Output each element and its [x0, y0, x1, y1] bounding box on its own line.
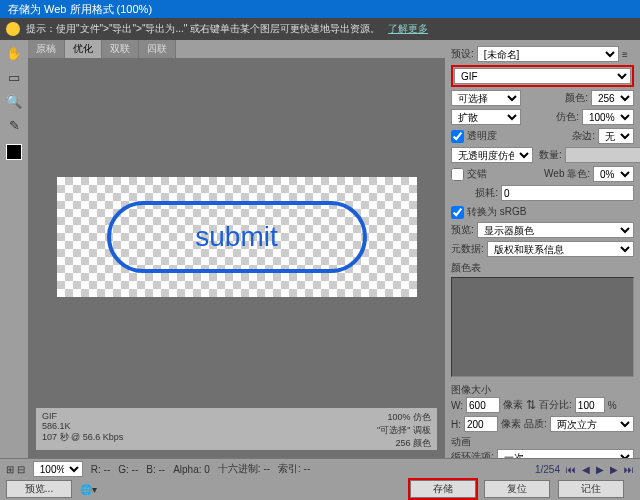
px-label-w: 像素 — [503, 398, 523, 412]
window-title: 存储为 Web 所用格式 (100%) — [0, 0, 640, 18]
anim-label: 动画 — [451, 435, 634, 449]
srgb-checkbox[interactable] — [451, 206, 464, 219]
colors-label: 颜色: — [565, 91, 588, 105]
preset-label: 预设: — [451, 47, 474, 61]
frame-counter: 1/254 — [535, 464, 560, 475]
websnap-label: Web 靠色: — [544, 167, 590, 181]
preview-tabs: 原稿 优化 双联 四联 — [28, 40, 445, 58]
alpha-value: Alpha: 0 — [173, 464, 210, 475]
tool-strip: ✋ ▭ 🔍 ✎ — [0, 40, 28, 458]
preview-select[interactable]: 显示器颜色 — [477, 222, 634, 238]
tab-2up[interactable]: 双联 — [102, 40, 139, 58]
interlace-label: 交错 — [467, 167, 487, 181]
amount-input — [565, 147, 640, 163]
quality-label: 品质: — [524, 417, 547, 431]
info-timing: 107 秒 @ 56.6 Kbps — [42, 431, 377, 444]
save-button[interactable]: 存储 — [410, 480, 476, 498]
zoom-select[interactable]: 100% — [33, 461, 83, 477]
meta-label: 元数据: — [451, 242, 484, 256]
submit-text: submit — [195, 221, 277, 253]
preset-select[interactable]: [未命名] — [477, 46, 619, 62]
layout-icons[interactable]: ⊞ ⊟ — [6, 464, 25, 475]
colortable-label: 颜色表 — [451, 261, 634, 275]
format-select[interactable]: GIF — [454, 68, 631, 84]
width-label: W: — [451, 400, 463, 411]
info-format: GIF — [42, 411, 377, 421]
tab-original[interactable]: 原稿 — [28, 40, 65, 58]
slice-tool-icon[interactable]: ▭ — [4, 68, 24, 86]
tip-text: 提示：使用"文件">"导出">"导出为..." 或右键单击某个图层可更快速地导出… — [26, 22, 380, 36]
tab-4up[interactable]: 四联 — [139, 40, 176, 58]
info-palette: "可选择" 调板 — [377, 424, 431, 437]
width-input[interactable] — [466, 397, 500, 413]
settings-panel: 预设: [未命名] ≡ GIF 可选择 颜色: 256 扩散 仿色: 100% … — [445, 40, 640, 458]
artwork-checker: submit — [57, 177, 417, 297]
last-frame-icon[interactable]: ⏭ — [624, 464, 634, 475]
preview-info: GIF 586.1K 107 秒 @ 56.6 Kbps 100% 仿色 "可选… — [36, 408, 437, 450]
hex-value: 十六进制: -- — [218, 462, 270, 476]
first-frame-icon[interactable]: ⏮ — [566, 464, 576, 475]
percent-label: 百分比: — [539, 398, 572, 412]
dither-label: 仿色: — [556, 110, 579, 124]
meta-select[interactable]: 版权和联系信息 — [487, 241, 634, 257]
height-label: H: — [451, 419, 461, 430]
tab-optimized[interactable]: 优化 — [65, 40, 102, 58]
srgb-label: 转换为 sRGB — [467, 205, 526, 219]
websnap-select[interactable]: 0% — [593, 166, 634, 182]
matte-select[interactable]: 无 — [598, 128, 634, 144]
b-value: B: -- — [146, 464, 165, 475]
height-input[interactable] — [464, 416, 498, 432]
transparency-label: 透明度 — [467, 129, 497, 143]
px-label-h: 像素 — [501, 417, 521, 431]
info-size: 586.1K — [42, 421, 377, 431]
info-dither: 100% 仿色 — [377, 411, 431, 424]
loop-select[interactable]: 一次 — [497, 449, 634, 458]
preview-label: 预览: — [451, 223, 474, 237]
bottom-bar: ⊞ ⊟ 100% R: -- G: -- B: -- Alpha: 0 十六进制… — [0, 458, 640, 500]
frame-nav: 1/254 ⏮ ◀ ▶ ▶ ⏭ — [535, 464, 634, 475]
imgsize-label: 图像大小 — [451, 383, 634, 397]
trans-dither-select[interactable]: 无透明度仿色 — [451, 147, 533, 163]
lightbulb-icon — [6, 22, 20, 36]
colors-select[interactable]: 256 — [591, 90, 634, 106]
loop-label: 循环选项: — [451, 450, 494, 458]
prev-frame-icon[interactable]: ◀ — [582, 464, 590, 475]
color-table[interactable] — [451, 277, 634, 377]
dither-type-select[interactable]: 扩散 — [451, 109, 521, 125]
learn-more-link[interactable]: 了解更多 — [388, 22, 428, 36]
next-frame-icon[interactable]: ▶ — [610, 464, 618, 475]
tip-bar: 提示：使用"文件">"导出">"导出为..." 或右键单击某个图层可更快速地导出… — [0, 18, 640, 40]
eyedropper-tool-icon[interactable]: ✎ — [4, 116, 24, 134]
transparency-checkbox[interactable] — [451, 130, 464, 143]
g-value: G: -- — [118, 464, 138, 475]
submit-shape: submit — [107, 201, 367, 273]
dither-select[interactable]: 100% — [582, 109, 634, 125]
color-swatch[interactable] — [6, 144, 22, 160]
lossy-label: 损耗: — [475, 186, 498, 200]
interlace-checkbox[interactable] — [451, 168, 464, 181]
info-colors: 256 颜色 — [377, 437, 431, 450]
browser-icon[interactable]: 🌐▾ — [80, 484, 97, 495]
amount-label: 数量: — [539, 148, 562, 162]
palette-select[interactable]: 可选择 — [451, 90, 521, 106]
canvas[interactable]: submit — [36, 66, 437, 408]
remember-button[interactable]: 记住 — [558, 480, 624, 498]
play-icon[interactable]: ▶ — [596, 464, 604, 475]
percent-input[interactable] — [575, 397, 605, 413]
hand-tool-icon[interactable]: ✋ — [4, 44, 24, 62]
reset-button[interactable]: 复位 — [484, 480, 550, 498]
matte-label: 杂边: — [572, 129, 595, 143]
lossy-input[interactable] — [501, 185, 634, 201]
preset-menu-icon[interactable]: ≡ — [622, 49, 634, 60]
preview-button[interactable]: 预览... — [6, 480, 72, 498]
quality-select[interactable]: 两次立方 — [550, 416, 634, 432]
link-icon[interactable]: ⇅ — [526, 398, 536, 412]
r-value: R: -- — [91, 464, 110, 475]
zoom-tool-icon[interactable]: 🔍 — [4, 92, 24, 110]
index-value: 索引: -- — [278, 462, 310, 476]
